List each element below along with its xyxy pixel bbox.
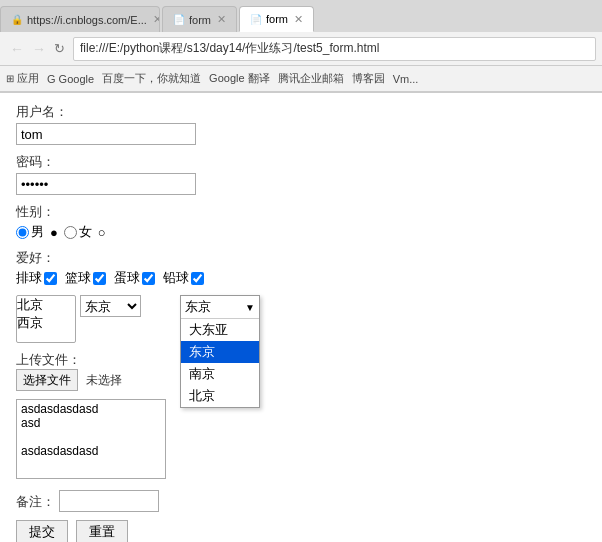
tab-3-label: form bbox=[266, 13, 288, 25]
dropdown-current: 东京 bbox=[185, 298, 211, 316]
bookmark-tencent[interactable]: 腾讯企业邮箱 bbox=[278, 71, 344, 86]
tab-1[interactable]: 🔒 https://i.cnblogs.com/E... ✕ bbox=[0, 6, 160, 32]
hobby-label: 爱好： bbox=[16, 249, 586, 267]
submit-area: 提交 重置 bbox=[16, 520, 586, 542]
file-none-label: 未选择 bbox=[86, 373, 122, 387]
bookmark-translate[interactable]: Google 翻译 bbox=[209, 71, 270, 86]
city-select-wrapper: 大东亚 东京 南京 北京 东京 ▼ 大东亚 东京 南京 北京 bbox=[80, 295, 141, 317]
bookmark-vm[interactable]: Vm... bbox=[393, 73, 419, 85]
tab-3-favicon: 📄 bbox=[250, 14, 262, 25]
checkbox-group: 排球 篮球 蛋球 铅球 bbox=[16, 269, 586, 287]
hobby-paiqiu-text: 排球 bbox=[16, 269, 42, 287]
bookmarks-bar: ⊞ 应用 G Google 百度一下，你就知道 Google 翻译 腾讯企业邮箱… bbox=[0, 66, 602, 92]
gender-female-text: 女 bbox=[79, 223, 92, 241]
bookmark-apps[interactable]: ⊞ 应用 bbox=[6, 71, 39, 86]
file-group: 上传文件： 选择文件 未选择 bbox=[16, 351, 586, 391]
username-label: 用户名： bbox=[16, 103, 586, 121]
bookmark-baidu-label: 百度一下，你就知道 bbox=[102, 71, 201, 86]
tab-2[interactable]: 📄 form ✕ bbox=[162, 6, 237, 32]
hobby-lanqiu[interactable]: 篮球 bbox=[65, 269, 106, 287]
hobby-qianqiu-cb[interactable] bbox=[191, 272, 204, 285]
bookmark-google[interactable]: G Google bbox=[47, 73, 94, 85]
hobby-qianqiu[interactable]: 铅球 bbox=[163, 269, 204, 287]
hobby-paiqiu[interactable]: 排球 bbox=[16, 269, 57, 287]
submit-button[interactable]: 提交 bbox=[16, 520, 68, 542]
dropdown-item-1[interactable]: 东京 bbox=[181, 341, 259, 363]
textarea-group: asdasdasdasd asd asdasdasdasd bbox=[16, 399, 586, 482]
radio-group: 男 ● 女 ○ bbox=[16, 223, 586, 241]
city-select-dropdown[interactable]: 大东亚 东京 南京 北京 bbox=[80, 295, 141, 317]
dropdown-overlay: 东京 ▼ 大东亚 东京 南京 北京 bbox=[180, 295, 260, 408]
url-input[interactable] bbox=[73, 37, 596, 61]
bookmark-translate-label: Google 翻译 bbox=[209, 71, 270, 86]
tab-2-close[interactable]: ✕ bbox=[217, 13, 226, 26]
city-list-select[interactable]: 北京 西京 bbox=[16, 295, 76, 343]
hobby-danqiu[interactable]: 蛋球 bbox=[114, 269, 155, 287]
page-content: 用户名： 密码： 性别： 男 ● 女 ○ 爱好： 排球 bbox=[0, 93, 602, 542]
dropdown-item-2[interactable]: 南京 bbox=[181, 363, 259, 385]
back-button[interactable]: ← bbox=[6, 39, 28, 59]
dropdown-item-0[interactable]: 大东亚 bbox=[181, 319, 259, 341]
password-input[interactable] bbox=[16, 173, 196, 195]
bookmark-cnblogs-label: 博客园 bbox=[352, 71, 385, 86]
bullet-separator: ● bbox=[50, 225, 58, 240]
refresh-button[interactable]: ↻ bbox=[50, 39, 69, 58]
address-bar: ← → ↻ bbox=[0, 32, 602, 66]
gender-group: 性别： 男 ● 女 ○ bbox=[16, 203, 586, 241]
tab-2-favicon: 📄 bbox=[173, 14, 185, 25]
dropdown-header[interactable]: 东京 ▼ bbox=[181, 296, 259, 319]
textarea-input[interactable]: asdasdasdasd asd asdasdasdasd bbox=[16, 399, 166, 479]
tab-3[interactable]: 📄 form ✕ bbox=[239, 6, 314, 32]
notes-input[interactable] bbox=[59, 490, 159, 512]
bookmark-apps-label: 应用 bbox=[17, 71, 39, 86]
hobby-paiqiu-cb[interactable] bbox=[44, 272, 57, 285]
gender-female-radio[interactable] bbox=[64, 226, 77, 239]
city-select-area: 北京 西京 大东亚 东京 南京 北京 东京 ▼ 大东亚 东京 南京 北京 bbox=[16, 295, 586, 343]
tab-1-close[interactable]: ✕ bbox=[153, 13, 160, 26]
hobby-group: 爱好： 排球 篮球 蛋球 铅球 bbox=[16, 249, 586, 287]
tab-bar: 🔒 https://i.cnblogs.com/E... ✕ 📄 form ✕ … bbox=[0, 0, 602, 32]
gender-label: 性别： bbox=[16, 203, 586, 221]
username-group: 用户名： bbox=[16, 103, 586, 145]
bookmark-tencent-label: 腾讯企业邮箱 bbox=[278, 71, 344, 86]
forward-button[interactable]: → bbox=[28, 39, 50, 59]
tab-1-label: https://i.cnblogs.com/E... bbox=[27, 14, 147, 26]
file-choose-button[interactable]: 选择文件 bbox=[16, 369, 78, 391]
username-input[interactable] bbox=[16, 123, 196, 145]
gender-male-radio[interactable] bbox=[16, 226, 29, 239]
dropdown-item-3[interactable]: 北京 bbox=[181, 385, 259, 407]
tab-3-close[interactable]: ✕ bbox=[294, 13, 303, 26]
bookmark-vm-label: Vm... bbox=[393, 73, 419, 85]
gender-female-label[interactable]: 女 bbox=[64, 223, 92, 241]
hobby-danqiu-text: 蛋球 bbox=[114, 269, 140, 287]
city-option-xijing: 西京 bbox=[17, 314, 75, 332]
bullet-separator2: ○ bbox=[98, 225, 106, 240]
hobby-danqiu-cb[interactable] bbox=[142, 272, 155, 285]
gender-male-text: 男 bbox=[31, 223, 44, 241]
city-list-container: 北京 西京 bbox=[16, 295, 76, 343]
gender-male-label[interactable]: 男 bbox=[16, 223, 44, 241]
bookmark-baidu[interactable]: 百度一下，你就知道 bbox=[102, 71, 201, 86]
password-label: 密码： bbox=[16, 153, 586, 171]
tab-2-label: form bbox=[189, 14, 211, 26]
city-option-beijing: 北京 bbox=[17, 296, 75, 314]
notes-group: 备注： bbox=[16, 490, 586, 512]
hobby-lanqiu-cb[interactable] bbox=[93, 272, 106, 285]
file-label: 上传文件： bbox=[16, 352, 81, 367]
hobby-lanqiu-text: 篮球 bbox=[65, 269, 91, 287]
bookmark-cnblogs[interactable]: 博客园 bbox=[352, 71, 385, 86]
hobby-qianqiu-text: 铅球 bbox=[163, 269, 189, 287]
notes-label: 备注： bbox=[16, 494, 55, 509]
browser-chrome: 🔒 https://i.cnblogs.com/E... ✕ 📄 form ✕ … bbox=[0, 0, 602, 93]
reset-button[interactable]: 重置 bbox=[76, 520, 128, 542]
apps-icon: ⊞ bbox=[6, 73, 14, 84]
bookmark-google-label: G Google bbox=[47, 73, 94, 85]
tab-1-favicon: 🔒 bbox=[11, 14, 23, 25]
dropdown-arrow-icon: ▼ bbox=[245, 302, 255, 313]
password-group: 密码： bbox=[16, 153, 586, 195]
